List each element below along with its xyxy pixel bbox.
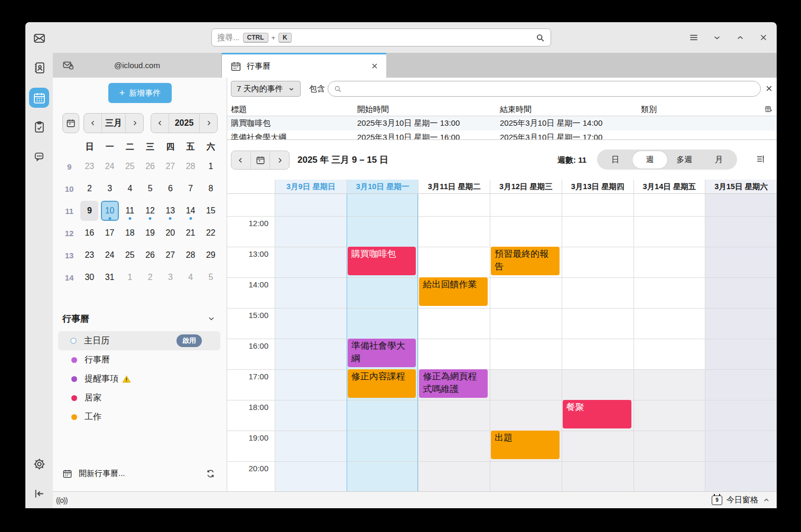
minical-day-cell[interactable]: 18 — [120, 222, 140, 244]
minical-today-button[interactable] — [62, 113, 79, 133]
minical-day-cell[interactable]: 13 — [160, 200, 180, 222]
year-next-button[interactable] — [200, 114, 217, 133]
minical-day-cell[interactable]: 3 — [160, 266, 180, 288]
calendar-event[interactable]: 預習最終的報告 — [491, 247, 560, 275]
view-option[interactable]: 月 — [702, 151, 736, 169]
minical-day-cell[interactable]: 2 — [140, 266, 160, 288]
minical-day-cell[interactable]: 10 — [100, 200, 120, 222]
minical-day-cell[interactable]: 27 — [160, 155, 180, 178]
prev-week-button[interactable] — [231, 151, 250, 169]
column-header[interactable]: 標題 — [231, 103, 352, 116]
view-option[interactable]: 日 — [598, 151, 632, 169]
calendar-event[interactable]: 修正內容課程 — [348, 369, 416, 398]
new-event-button[interactable]: + 新增事件 — [108, 83, 172, 103]
calendar-event[interactable]: 給出回饋作業 — [419, 277, 488, 306]
filter-range-dropdown[interactable]: 7 天內的事件 — [231, 81, 301, 97]
tab-close-icon[interactable] — [370, 62, 379, 70]
minical-day-cell[interactable]: 1 — [201, 155, 221, 178]
minical-day-cell[interactable]: 25 — [120, 244, 140, 266]
minical-day-cell[interactable]: 5 — [140, 178, 160, 200]
event-filter-input[interactable] — [347, 84, 755, 94]
calendar-list-item[interactable]: 工作 — [58, 407, 220, 426]
minical-day-cell[interactable]: 3 — [100, 178, 120, 200]
sync-icon[interactable] — [206, 469, 216, 479]
view-option[interactable]: 週 — [632, 151, 667, 169]
app-menu-icon[interactable] — [688, 32, 700, 43]
minical-day-cell[interactable]: 14 — [181, 200, 201, 222]
month-prev-button[interactable] — [84, 114, 101, 133]
calendar-event[interactable]: 購買咖啡包 — [348, 247, 416, 275]
week-grid[interactable]: 12:0013:0014:0015:0016:0017:0018:0019:00… — [227, 194, 777, 491]
column-header[interactable]: 開始時間 — [357, 103, 496, 116]
contacts-icon[interactable] — [29, 58, 49, 78]
event-filter-search[interactable] — [328, 81, 761, 97]
today-button[interactable] — [250, 151, 270, 169]
minical-day-cell[interactable]: 31 — [100, 266, 120, 288]
calendar-list-item[interactable]: 提醒事項 — [58, 369, 220, 388]
next-week-button[interactable] — [269, 151, 289, 169]
minical-day-cell[interactable]: 23 — [79, 155, 99, 178]
chat-icon[interactable] — [29, 146, 49, 166]
minical-day-cell[interactable]: 4 — [120, 178, 140, 200]
year-prev-button[interactable] — [151, 114, 169, 133]
minical-day-cell[interactable]: 9 — [79, 200, 99, 222]
minical-day-cell[interactable]: 26 — [140, 244, 160, 266]
event-table-row[interactable]: 購買咖啡包2025年3月10日 星期一 13:002025年3月10日 星期一 … — [227, 116, 777, 130]
column-picker-icon[interactable] — [765, 105, 772, 113]
mail-icon[interactable] — [29, 28, 49, 48]
minical-day-cell[interactable]: 4 — [181, 266, 201, 288]
tab-mail-account[interactable]: @icloud.com — [53, 53, 222, 78]
clear-filter-icon[interactable] — [765, 84, 774, 93]
minical-day-cell[interactable]: 1 — [120, 266, 140, 288]
tasks-icon[interactable] — [29, 117, 49, 137]
minical-day-cell[interactable]: 28 — [181, 244, 201, 266]
column-header[interactable]: 類別 — [641, 103, 757, 116]
minical-day-cell[interactable]: 7 — [181, 178, 201, 200]
minical-day-cell[interactable]: 8 — [201, 178, 221, 200]
minical-day-cell[interactable]: 28 — [181, 155, 201, 178]
calendar-event[interactable]: 出題 — [491, 431, 560, 459]
calendar-icon[interactable] — [29, 88, 49, 108]
minical-day-cell[interactable]: 24 — [100, 244, 120, 266]
calendar-list-item[interactable]: 行事曆 — [58, 350, 220, 369]
minical-day-cell[interactable]: 5 — [201, 266, 221, 288]
minical-day-cell[interactable]: 27 — [160, 244, 180, 266]
minical-day-cell[interactable]: 2 — [79, 178, 99, 200]
month-next-button[interactable] — [126, 114, 143, 133]
minical-day-cell[interactable]: 16 — [79, 222, 99, 244]
minical-day-cell[interactable]: 23 — [79, 244, 99, 266]
tab-calendar[interactable]: 行事曆 — [222, 53, 386, 78]
calendar-list-item[interactable]: 居家 — [58, 388, 220, 407]
calendar-event[interactable]: 餐聚 — [563, 400, 631, 428]
window-close-icon[interactable] — [758, 32, 769, 43]
collapse-rail-icon[interactable] — [29, 483, 49, 503]
today-pane-toggle[interactable]: 9 今日窗格 — [712, 495, 770, 505]
minical-day-cell[interactable]: 30 — [79, 266, 99, 288]
calendar-list-item[interactable]: 主日历啟用 — [58, 331, 220, 350]
minical-day-cell[interactable]: 6 — [160, 178, 180, 200]
view-options-icon[interactable] — [756, 154, 766, 164]
window-minimize-icon[interactable] — [711, 32, 723, 43]
minical-day-cell[interactable]: 15 — [201, 200, 221, 222]
column-header[interactable]: 結束時間 — [500, 103, 637, 116]
minical-day-cell[interactable]: 19 — [140, 222, 160, 244]
minical-day-cell[interactable]: 11 — [120, 200, 140, 222]
calendars-section-header[interactable]: 行事曆 — [62, 312, 221, 325]
minical-day-cell[interactable]: 24 — [100, 155, 120, 178]
minical-day-cell[interactable]: 26 — [140, 155, 160, 178]
minical-day-cell[interactable]: 25 — [120, 155, 140, 178]
window-maximize-icon[interactable] — [734, 32, 746, 43]
minical-day-cell[interactable]: 21 — [181, 222, 201, 244]
minical-day-cell[interactable]: 22 — [201, 222, 221, 244]
event-table-row[interactable]: 準備社會學大綱2025年3月10日 星期一 16:002025年3月10日 星期… — [227, 130, 777, 139]
settings-gear-icon[interactable] — [29, 454, 49, 474]
minical-day-cell[interactable]: 20 — [160, 222, 180, 244]
calendar-event[interactable]: 修正為網頁程式嗎維護 — [419, 369, 488, 398]
minical-day-cell[interactable]: 12 — [140, 200, 160, 222]
minical-day-cell[interactable]: 17 — [100, 222, 120, 244]
global-search[interactable]: 搜尋... CTRL + K — [211, 29, 551, 46]
calendar-event[interactable]: 準備社會學大綱 — [348, 339, 416, 367]
new-calendar-button[interactable]: 開新行事曆... — [53, 464, 227, 483]
view-option[interactable]: 多週 — [667, 151, 702, 169]
minical-day-cell[interactable]: 29 — [201, 244, 221, 266]
